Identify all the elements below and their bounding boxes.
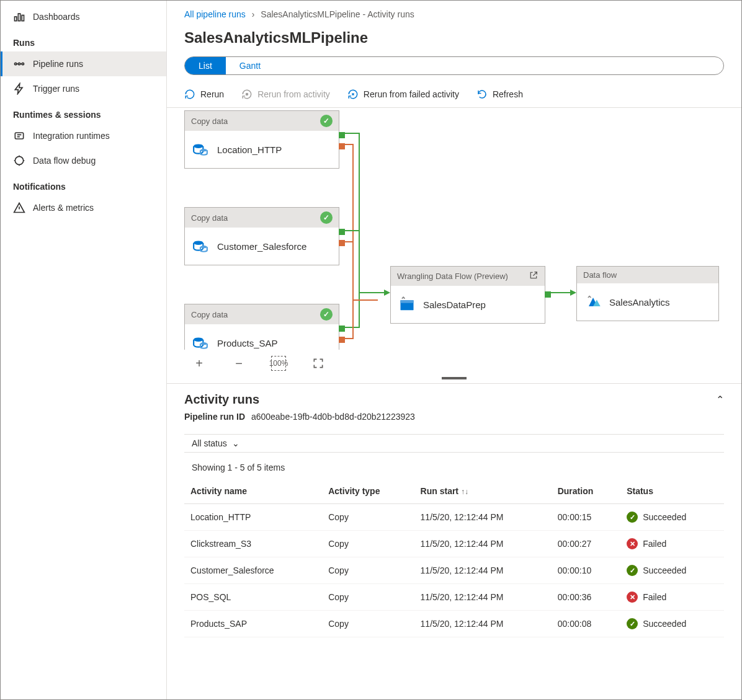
sidebar-item-integration-runtimes[interactable]: Integration runtimes	[1, 123, 166, 148]
breadcrumb-root[interactable]: All pipeline runs	[184, 9, 246, 19]
cell-type: Copy	[322, 584, 414, 611]
svg-point-15	[194, 337, 203, 342]
cell-type: Copy	[322, 531, 414, 557]
svg-rect-18	[401, 300, 414, 303]
col-run-start[interactable]: Run start↑↓	[414, 479, 552, 504]
cell-status: ✓Succeeded	[620, 504, 724, 531]
status-filter-dropdown[interactable]: All status ⌄	[184, 434, 724, 453]
cell-type: Copy	[322, 557, 414, 584]
refresh-icon	[476, 89, 488, 100]
svg-point-13	[194, 241, 203, 245]
activity-name: SalesAnalytics	[609, 297, 670, 308]
sidebar-item-label: Dashboards	[33, 12, 80, 22]
table-row[interactable]: Clickstream_S3Copy11/5/20, 12:12:44 PM00…	[184, 531, 724, 557]
activity-name: SalesDataPrep	[423, 299, 486, 310]
cell-duration: 00:00:08	[552, 611, 620, 637]
activity-customer-salesforce[interactable]: Copy data ✓ Customer_Salesforce	[184, 207, 339, 265]
debug-icon	[13, 154, 25, 167]
cell-name: Products_SAP	[184, 611, 322, 637]
copy-data-icon	[192, 237, 210, 255]
cell-duration: 00:00:36	[552, 584, 620, 611]
cell-start: 11/5/20, 12:12:44 PM	[414, 557, 552, 584]
integration-icon	[13, 130, 25, 142]
activity-type-label: Copy data	[191, 213, 228, 223]
zoom-out-button[interactable]: −	[231, 356, 246, 371]
cell-start: 11/5/20, 12:12:44 PM	[414, 584, 552, 611]
success-icon: ✓	[320, 211, 333, 224]
page-title: SalesAnalyticsMLPipeline	[167, 25, 741, 56]
table-row[interactable]: Products_SAPCopy11/5/20, 12:12:44 PM00:0…	[184, 611, 724, 637]
sidebar-heading-notifications: Notifications	[1, 173, 166, 195]
activity-salesanalytics[interactable]: Data flow SalesAnalytics	[576, 266, 719, 321]
cell-name: Customer_Salesforce	[184, 557, 322, 584]
rerun-activity-icon	[241, 89, 253, 100]
table-row[interactable]: POS_SQLCopy11/5/20, 12:12:44 PM00:00:36✕…	[184, 584, 724, 611]
cell-status: ✕Failed	[620, 584, 724, 611]
activity-products-sap[interactable]: Copy data ✓ Products_SAP	[184, 304, 339, 350]
sidebar-item-dashboards[interactable]: Dashboards	[1, 4, 166, 29]
zoom-in-button[interactable]: +	[192, 356, 207, 371]
table-row[interactable]: Customer_SalesforceCopy11/5/20, 12:12:44…	[184, 557, 724, 584]
activity-name: Location_HTTP	[217, 144, 282, 155]
run-id-row: Pipeline run ID a600eabe-19fb-4d0b-bd8d-…	[184, 412, 724, 422]
cell-type: Copy	[322, 504, 414, 531]
success-icon: ✓	[320, 115, 333, 127]
col-activity-name[interactable]: Activity name	[184, 479, 322, 504]
activity-type-label: Wrangling Data Flow (Preview)	[397, 272, 508, 281]
success-icon: ✓	[320, 308, 333, 321]
activity-runs-table: Activity name Activity type Run start↑↓ …	[184, 479, 724, 637]
svg-point-3	[15, 63, 17, 64]
sidebar-item-pipeline-runs[interactable]: Pipeline runs	[1, 51, 166, 76]
external-link-icon[interactable]	[529, 270, 539, 282]
sidebar-item-trigger-runs[interactable]: Trigger runs	[1, 76, 166, 101]
zoom-100-button[interactable]: 100%	[271, 356, 286, 371]
activity-type-label: Data flow	[583, 270, 617, 280]
rerun-icon	[184, 89, 195, 100]
copy-data-icon	[192, 334, 210, 350]
rerun-button[interactable]: Rerun	[184, 89, 224, 100]
breadcrumb-current: SalesAnalyticsMLPipeline - Activity runs	[261, 9, 414, 19]
fit-screen-button[interactable]	[311, 356, 326, 371]
sidebar-item-label: Data flow debug	[33, 156, 96, 166]
svg-marker-9	[384, 290, 390, 296]
rerun-failed-button[interactable]: Rerun from failed activity	[347, 89, 459, 100]
svg-point-4	[18, 63, 20, 64]
pipeline-canvas[interactable]: Copy data ✓ Location_HTTP Copy data ✓	[167, 108, 741, 350]
activity-type-label: Copy data	[191, 310, 228, 319]
activity-name: Products_SAP	[217, 338, 278, 348]
sidebar-item-alerts-metrics[interactable]: Alerts & metrics	[1, 195, 166, 220]
col-status[interactable]: Status	[620, 479, 724, 504]
col-duration[interactable]: Duration	[552, 479, 620, 504]
cell-name: Clickstream_S3	[184, 531, 322, 557]
svg-point-12	[200, 149, 207, 151]
table-row[interactable]: Location_HTTPCopy11/5/20, 12:12:44 PM00:…	[184, 504, 724, 531]
wrangling-icon	[398, 296, 416, 313]
sidebar-heading-runs: Runs	[1, 29, 166, 51]
svg-point-14	[200, 246, 207, 248]
svg-point-11	[194, 144, 203, 148]
toolbar: Rerun Rerun from activity Rerun from fai…	[167, 84, 741, 108]
svg-marker-10	[570, 290, 576, 296]
chevron-down-icon: ⌄	[232, 438, 239, 448]
view-list-button[interactable]: List	[185, 57, 226, 74]
view-gantt-button[interactable]: Gantt	[226, 57, 274, 74]
collapse-panel-button[interactable]: ⌃	[716, 394, 724, 405]
showing-count: Showing 1 - 5 of 5 items	[184, 456, 724, 479]
sidebar-item-dataflow-debug[interactable]: Data flow debug	[1, 148, 166, 173]
cell-status: ✓Succeeded	[620, 611, 724, 637]
status-filter-label: All status	[192, 438, 227, 448]
refresh-button[interactable]: Refresh	[476, 89, 523, 100]
cell-type: Copy	[322, 611, 414, 637]
pipeline-icon	[13, 58, 25, 70]
activity-salesdataprep[interactable]: Wrangling Data Flow (Preview) SalesDataP…	[390, 266, 545, 324]
col-activity-type[interactable]: Activity type	[322, 479, 414, 504]
run-id-value: a600eabe-19fb-4d0b-bd8d-d20b21223923	[251, 412, 415, 422]
main: All pipeline runs › SalesAnalyticsMLPipe…	[167, 1, 741, 699]
panel-drag-handle[interactable]	[442, 377, 467, 379]
success-icon: ✓	[627, 565, 638, 576]
sort-icon: ↑↓	[461, 487, 468, 496]
cell-status: ✓Succeeded	[620, 557, 724, 584]
failed-icon: ✕	[627, 591, 638, 603]
svg-rect-2	[22, 16, 24, 21]
activity-location-http[interactable]: Copy data ✓ Location_HTTP	[184, 110, 339, 169]
